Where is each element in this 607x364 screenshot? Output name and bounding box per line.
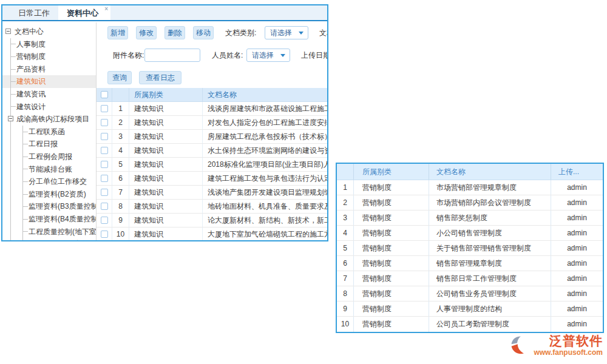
- table-row[interactable]: 7营销制度销售部日常工作管理制度admin: [337, 271, 603, 286]
- row-category: 营销制度: [353, 195, 429, 210]
- select-all-checkbox[interactable]: [101, 91, 108, 98]
- row-category: 营销制度: [353, 211, 429, 225]
- row-doc-name: 销售部管理规章制度: [429, 256, 551, 271]
- tree-item[interactable]: 文档中心: [2, 25, 96, 38]
- row-category: 建筑知识: [129, 144, 203, 157]
- tree-item[interactable]: 产品资料: [2, 63, 96, 76]
- header-category[interactable]: 所属别类: [353, 164, 429, 180]
- tree-item[interactable]: 工程质量控制(地下室): [2, 226, 96, 238]
- tree-item[interactable]: 工程联系函: [2, 126, 96, 138]
- table-row[interactable]: 1建筑知识浅谈房屋建筑和市政基础设施工程施工...: [97, 102, 327, 116]
- tree-item-label: 建筑资讯: [16, 90, 46, 98]
- row-checkbox[interactable]: [101, 175, 108, 182]
- row-checkbox[interactable]: [101, 231, 108, 238]
- header-category[interactable]: 所属别类: [129, 88, 203, 101]
- window-body: 文档中心人事制度营销制度产品资料建筑知识建筑资讯建筑设计成渝高铁内江标段项目工程…: [2, 22, 327, 240]
- tree-item[interactable]: 监理资料(B4质量控制): [2, 213, 96, 226]
- tree-item[interactable]: 营销制度: [2, 50, 96, 63]
- row-checkbox-cell: [97, 200, 112, 213]
- close-icon[interactable]: ×: [104, 6, 108, 12]
- table-row[interactable]: 6营销制度销售部管理规章制度admin: [337, 256, 603, 271]
- row-checkbox[interactable]: [101, 105, 108, 112]
- add-button[interactable]: 新增: [107, 26, 128, 39]
- tree-item-label: 工程联系函: [29, 127, 65, 136]
- tree-item[interactable]: 工程例会周报: [2, 150, 96, 163]
- row-checkbox[interactable]: [101, 203, 108, 210]
- header-uploader[interactable]: 上传...: [551, 164, 603, 180]
- collapse-icon[interactable]: [5, 29, 11, 34]
- table-row[interactable]: 5营销制度关于销售部管理销售管理制度admin: [337, 241, 603, 256]
- tab-daily-work[interactable]: 日常工作: [10, 5, 58, 20]
- table-row[interactable]: 1营销制度市场营销部管理规章制度admin: [337, 180, 603, 195]
- person-name-select[interactable]: 请选择: [246, 49, 290, 62]
- person-name-label: 人员姓名:: [212, 49, 243, 62]
- logo-url[interactable]: www.fanpusoft.com: [534, 348, 603, 357]
- table-row[interactable]: 10营销制度公司员工考勤管理制度admin: [337, 317, 603, 332]
- row-checkbox-cell: [97, 228, 112, 240]
- tree-item[interactable]: 工程质量控制(主体): [2, 238, 96, 240]
- row-number: 8: [337, 286, 353, 301]
- document-list-pane: 新增修改删除移动 文档类别: 请选择 文档 附件名称: 人员姓名: 请选择 上传…: [97, 22, 327, 240]
- table-row[interactable]: 5建筑知识2018标准化监理项目部(业主项目部)人员...: [97, 158, 327, 172]
- row-number: 2: [337, 195, 353, 210]
- tree-item[interactable]: 分工单位工作移交: [2, 175, 96, 188]
- row-checkbox-cell: [97, 102, 112, 115]
- row-checkbox[interactable]: [101, 161, 108, 168]
- row-category: 建筑知识: [129, 102, 203, 115]
- tree-item[interactable]: 成渝高铁内江标段项目: [2, 113, 96, 126]
- header-doc-name[interactable]: 文档名称: [429, 164, 551, 180]
- tree-item[interactable]: 工程日报: [2, 138, 96, 150]
- tree-item-label: 建筑设计: [16, 103, 46, 111]
- table-row[interactable]: 7建筑知识浅谈地产集团开发建设项目监理规划编...: [97, 186, 327, 200]
- row-doc-name: 销售部日常工作管理制度: [429, 271, 551, 286]
- query-button[interactable]: 查询: [107, 71, 132, 84]
- table-row[interactable]: 3建筑知识房屋建筑工程总承包投标书（技术标）...: [97, 130, 327, 144]
- row-checkbox[interactable]: [101, 119, 108, 126]
- table-row[interactable]: 3营销制度销售部奖惩制度admin: [337, 211, 603, 226]
- tree-item[interactable]: 节能减排台账: [2, 163, 96, 176]
- row-number: 4: [112, 144, 129, 157]
- table-row[interactable]: 6建筑知识建筑工程施工发包与承包违法行为认定...: [97, 172, 327, 186]
- collapse-icon[interactable]: [8, 116, 13, 121]
- header-doc-name[interactable]: 文档名称: [203, 88, 327, 102]
- delete-button[interactable]: 删除: [164, 26, 185, 39]
- table-row[interactable]: 2建筑知识对发包人指定分包的工程施工进度安排...: [97, 116, 327, 130]
- row-doc-name: 房屋建筑工程总承包投标书（技术标）...: [203, 130, 327, 144]
- chevron-down-icon: [280, 54, 285, 57]
- doc-category-select[interactable]: 请选择: [265, 26, 308, 39]
- row-number: 8: [112, 200, 129, 213]
- tree-item-label: 工程日报: [29, 140, 58, 148]
- move-button[interactable]: 移动: [193, 26, 214, 39]
- row-doc-name: 人事管理制度的结构: [429, 302, 551, 316]
- table-row[interactable]: 8营销制度公司销售业务员管理制度admin: [337, 286, 603, 302]
- tree-item-label: 监理资料(B3质量控制): [29, 202, 97, 211]
- modify-button[interactable]: 修改: [136, 26, 157, 39]
- tab-data-center[interactable]: 资料中心 ×: [58, 5, 110, 20]
- row-checkbox[interactable]: [101, 147, 108, 154]
- tree-item[interactable]: 监理资料(B3质量控制): [2, 200, 96, 213]
- tree-item[interactable]: 建筑设计: [2, 101, 96, 113]
- view-log-button[interactable]: 查看日志: [139, 71, 181, 84]
- tree-item[interactable]: 人事制度: [2, 38, 96, 51]
- table-row[interactable]: 9营销制度人事管理制度的结构admin: [337, 302, 603, 317]
- table-row[interactable]: 4建筑知识水土保持生态环境监测网络的建设与资...: [97, 144, 327, 158]
- attachment-name-input[interactable]: [144, 49, 200, 62]
- table-row[interactable]: 8建筑知识地砖地面材料、机具准备、质量要求及...: [97, 200, 327, 214]
- table-row[interactable]: 10建筑知识大厦地下室加气砼墙砌筑工程的施工方...: [97, 228, 327, 240]
- tree-item[interactable]: 建筑知识: [2, 75, 96, 88]
- table-row[interactable]: 4营销制度小公司销售管理制度admin: [337, 226, 603, 241]
- tree-item-label: 工程质量控制(主体): [29, 240, 92, 240]
- row-checkbox[interactable]: [101, 217, 108, 224]
- logo-name: 泛普软件: [534, 334, 603, 348]
- row-checkbox[interactable]: [101, 189, 108, 196]
- header-checkbox-cell: [97, 88, 112, 101]
- row-doc-name: 公司员工考勤管理制度: [429, 317, 551, 332]
- row-checkbox[interactable]: [101, 133, 108, 140]
- row-uploader: admin: [551, 180, 603, 195]
- row-uploader: admin: [551, 241, 603, 255]
- tree-item[interactable]: 建筑资讯: [2, 88, 96, 101]
- table-row[interactable]: 9建筑知识论大厦新材料、新结构、新技术，新工...: [97, 214, 327, 228]
- table-row[interactable]: 2营销制度市场营销部内部会议管理制度admin: [337, 195, 603, 211]
- row-doc-name: 地砖地面材料、机具准备、质量要求及...: [203, 200, 327, 214]
- tree-item[interactable]: 监理资料(B2资质): [2, 188, 96, 201]
